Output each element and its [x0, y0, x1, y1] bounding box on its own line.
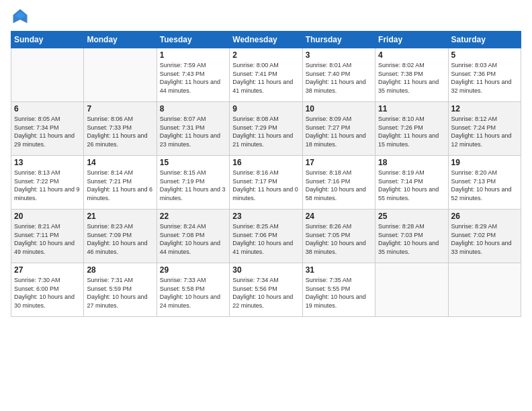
day-number: 14 [87, 158, 153, 167]
calendar-cell: 7Sunrise: 8:06 AM Sunset: 7:33 PM Daylig… [84, 102, 157, 156]
day-info: Sunrise: 8:05 AM Sunset: 7:34 PM Dayligh… [14, 115, 81, 148]
day-info: Sunrise: 8:16 AM Sunset: 7:17 PM Dayligh… [232, 169, 299, 202]
calendar-week-2: 6Sunrise: 8:05 AM Sunset: 7:34 PM Daylig… [11, 102, 521, 156]
calendar-cell: 4Sunrise: 8:02 AM Sunset: 7:38 PM Daylig… [375, 48, 448, 102]
day-info: Sunrise: 8:25 AM Sunset: 7:06 PM Dayligh… [232, 222, 299, 256]
day-info: Sunrise: 8:18 AM Sunset: 7:16 PM Dayligh… [306, 169, 372, 202]
calendar-cell [375, 263, 448, 317]
logo [11, 7, 32, 26]
day-info: Sunrise: 7:35 AM Sunset: 5:55 PM Dayligh… [306, 276, 372, 310]
day-info: Sunrise: 8:20 AM Sunset: 7:13 PM Dayligh… [451, 169, 518, 202]
calendar-cell: 9Sunrise: 8:08 AM Sunset: 7:29 PM Daylig… [230, 102, 302, 156]
day-number: 28 [87, 265, 153, 275]
day-info: Sunrise: 8:28 AM Sunset: 7:03 PM Dayligh… [378, 222, 445, 256]
calendar-table: SundayMondayTuesdayWednesdayThursdayFrid… [11, 31, 521, 317]
day-number: 23 [232, 212, 299, 221]
day-number: 10 [306, 104, 372, 113]
day-info: Sunrise: 8:24 AM Sunset: 7:08 PM Dayligh… [160, 222, 226, 256]
day-info: Sunrise: 8:09 AM Sunset: 7:27 PM Dayligh… [306, 115, 372, 148]
day-number: 12 [451, 104, 518, 113]
day-number: 16 [232, 158, 299, 167]
calendar-cell: 22Sunrise: 8:24 AM Sunset: 7:08 PM Dayli… [157, 210, 229, 263]
day-info: Sunrise: 8:19 AM Sunset: 7:14 PM Dayligh… [378, 169, 445, 202]
calendar-cell: 23Sunrise: 8:25 AM Sunset: 7:06 PM Dayli… [230, 210, 302, 263]
calendar-cell: 5Sunrise: 8:03 AM Sunset: 7:36 PM Daylig… [448, 48, 521, 102]
calendar-cell: 2Sunrise: 8:00 AM Sunset: 7:41 PM Daylig… [230, 48, 302, 102]
day-number: 19 [451, 158, 518, 167]
day-info: Sunrise: 8:26 AM Sunset: 7:05 PM Dayligh… [306, 222, 372, 256]
calendar-cell: 15Sunrise: 8:15 AM Sunset: 7:19 PM Dayli… [157, 156, 229, 210]
day-info: Sunrise: 7:30 AM Sunset: 6:00 PM Dayligh… [14, 276, 81, 310]
day-number: 21 [87, 212, 153, 221]
day-info: Sunrise: 8:02 AM Sunset: 7:38 PM Dayligh… [378, 61, 445, 95]
calendar-cell: 26Sunrise: 8:29 AM Sunset: 7:02 PM Dayli… [448, 210, 521, 263]
logo-icon [11, 7, 30, 26]
calendar-week-3: 13Sunrise: 8:13 AM Sunset: 7:22 PM Dayli… [11, 156, 521, 210]
calendar-cell: 8Sunrise: 8:07 AM Sunset: 7:31 PM Daylig… [157, 102, 229, 156]
day-info: Sunrise: 8:14 AM Sunset: 7:21 PM Dayligh… [87, 169, 153, 202]
day-info: Sunrise: 7:59 AM Sunset: 7:43 PM Dayligh… [160, 61, 226, 95]
calendar-cell: 24Sunrise: 8:26 AM Sunset: 7:05 PM Dayli… [302, 210, 375, 263]
day-number: 4 [378, 50, 445, 60]
day-info: Sunrise: 8:10 AM Sunset: 7:26 PM Dayligh… [378, 115, 445, 148]
day-header-tuesday: Tuesday [157, 32, 229, 48]
calendar-cell: 11Sunrise: 8:10 AM Sunset: 7:26 PM Dayli… [375, 102, 448, 156]
calendar-cell: 1Sunrise: 7:59 AM Sunset: 7:43 PM Daylig… [157, 48, 229, 102]
calendar-cell: 20Sunrise: 8:21 AM Sunset: 7:11 PM Dayli… [11, 210, 84, 263]
day-number: 11 [378, 104, 445, 113]
day-number: 9 [232, 104, 299, 113]
calendar-cell: 30Sunrise: 7:34 AM Sunset: 5:56 PM Dayli… [230, 263, 302, 317]
day-number: 15 [160, 158, 226, 167]
day-info: Sunrise: 8:00 AM Sunset: 7:41 PM Dayligh… [232, 61, 299, 95]
day-number: 6 [14, 104, 81, 113]
page: SundayMondayTuesdayWednesdayThursdayFrid… [0, 0, 532, 324]
day-number: 29 [160, 265, 226, 275]
calendar-cell: 13Sunrise: 8:13 AM Sunset: 7:22 PM Dayli… [11, 156, 84, 210]
day-number: 17 [306, 158, 372, 167]
calendar-cell: 6Sunrise: 8:05 AM Sunset: 7:34 PM Daylig… [11, 102, 84, 156]
day-header-thursday: Thursday [302, 32, 375, 48]
day-number: 3 [306, 50, 372, 60]
day-header-monday: Monday [84, 32, 157, 48]
day-info: Sunrise: 8:01 AM Sunset: 7:40 PM Dayligh… [306, 61, 372, 95]
day-number: 22 [160, 212, 226, 221]
day-number: 30 [232, 265, 299, 275]
day-header-sunday: Sunday [11, 32, 84, 48]
calendar-cell: 21Sunrise: 8:23 AM Sunset: 7:09 PM Dayli… [84, 210, 157, 263]
day-number: 25 [378, 212, 445, 221]
calendar-cell: 28Sunrise: 7:31 AM Sunset: 5:59 PM Dayli… [84, 263, 157, 317]
day-info: Sunrise: 8:13 AM Sunset: 7:22 PM Dayligh… [14, 169, 81, 202]
calendar-cell: 16Sunrise: 8:16 AM Sunset: 7:17 PM Dayli… [230, 156, 302, 210]
day-number: 1 [160, 50, 226, 60]
day-number: 7 [87, 104, 153, 113]
calendar-cell: 12Sunrise: 8:12 AM Sunset: 7:24 PM Dayli… [448, 102, 521, 156]
calendar-cell: 27Sunrise: 7:30 AM Sunset: 6:00 PM Dayli… [11, 263, 84, 317]
day-info: Sunrise: 7:31 AM Sunset: 5:59 PM Dayligh… [87, 276, 153, 310]
day-info: Sunrise: 7:33 AM Sunset: 5:58 PM Dayligh… [160, 276, 226, 310]
day-info: Sunrise: 7:34 AM Sunset: 5:56 PM Dayligh… [232, 276, 299, 310]
calendar-week-1: 1Sunrise: 7:59 AM Sunset: 7:43 PM Daylig… [11, 48, 521, 102]
calendar-week-5: 27Sunrise: 7:30 AM Sunset: 6:00 PM Dayli… [11, 263, 521, 317]
calendar-cell [11, 48, 84, 102]
calendar-cell [448, 263, 521, 317]
calendar-header-row: SundayMondayTuesdayWednesdayThursdayFrid… [11, 32, 521, 48]
day-info: Sunrise: 8:15 AM Sunset: 7:19 PM Dayligh… [160, 169, 226, 202]
calendar-cell: 29Sunrise: 7:33 AM Sunset: 5:58 PM Dayli… [157, 263, 229, 317]
day-number: 13 [14, 158, 81, 167]
calendar-cell: 3Sunrise: 8:01 AM Sunset: 7:40 PM Daylig… [302, 48, 375, 102]
calendar-cell: 17Sunrise: 8:18 AM Sunset: 7:16 PM Dayli… [302, 156, 375, 210]
day-number: 26 [451, 212, 518, 221]
header [11, 7, 521, 26]
calendar-cell: 14Sunrise: 8:14 AM Sunset: 7:21 PM Dayli… [84, 156, 157, 210]
day-number: 2 [232, 50, 299, 60]
calendar-cell: 10Sunrise: 8:09 AM Sunset: 7:27 PM Dayli… [302, 102, 375, 156]
day-number: 20 [14, 212, 81, 221]
day-info: Sunrise: 8:23 AM Sunset: 7:09 PM Dayligh… [87, 222, 153, 256]
day-info: Sunrise: 8:03 AM Sunset: 7:36 PM Dayligh… [451, 61, 518, 95]
day-info: Sunrise: 8:06 AM Sunset: 7:33 PM Dayligh… [87, 115, 153, 148]
calendar-cell: 18Sunrise: 8:19 AM Sunset: 7:14 PM Dayli… [375, 156, 448, 210]
day-number: 5 [451, 50, 518, 60]
day-number: 31 [306, 265, 372, 275]
day-info: Sunrise: 8:21 AM Sunset: 7:11 PM Dayligh… [14, 222, 81, 256]
calendar-cell: 19Sunrise: 8:20 AM Sunset: 7:13 PM Dayli… [448, 156, 521, 210]
